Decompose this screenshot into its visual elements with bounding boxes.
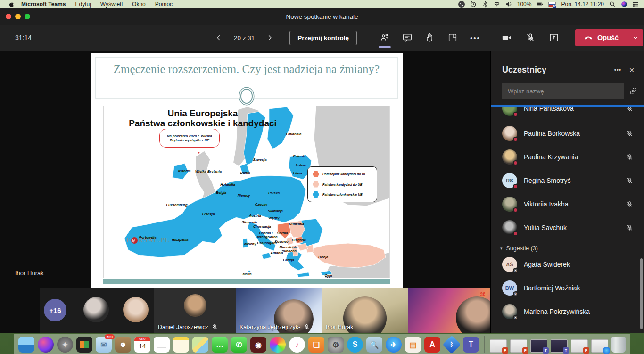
mission-control-dock-icon[interactable] xyxy=(76,337,92,353)
preview-dock-icon[interactable]: 🔍 xyxy=(366,337,382,353)
itunes-dock-icon[interactable]: ♪ xyxy=(289,337,305,353)
maps-dock-icon[interactable] xyxy=(192,337,208,353)
raise-hand-icon[interactable] xyxy=(421,29,439,47)
participant-row[interactable]: Paulina Borkowska xyxy=(491,122,644,145)
menu-okno[interactable]: Okno xyxy=(132,1,146,8)
photo-booth-dock-icon[interactable]: ◉ xyxy=(250,337,266,353)
call-status-icon[interactable] xyxy=(458,1,465,8)
map-label: Chorwacja xyxy=(253,225,271,229)
minimized-teams-window[interactable]: T xyxy=(551,339,568,353)
copy-invite-link-icon[interactable] xyxy=(629,87,637,95)
bluetooth-icon[interactable] xyxy=(482,1,488,8)
panel-close-icon[interactable]: ✕ xyxy=(629,66,635,74)
messages-dock-icon[interactable]: … xyxy=(212,337,228,353)
hangup-icon xyxy=(584,33,593,42)
menu-pomoc[interactable]: Pomoc xyxy=(155,1,173,8)
skype-dock-icon[interactable]: S xyxy=(347,337,363,353)
mic-muted-icon xyxy=(626,153,634,161)
previous-slide-button[interactable] xyxy=(212,31,225,44)
contacts-dock-icon[interactable]: ☻ xyxy=(115,337,131,353)
calendar-dock-icon[interactable]: GRU14 xyxy=(134,337,150,353)
participant-avatar[interactable] xyxy=(83,297,109,322)
suggestion-row[interactable]: AŚ✕ Agata Świderek xyxy=(491,253,644,276)
map-label: Finlandia xyxy=(286,132,302,136)
take-control-button[interactable]: Przejmij kontrolę xyxy=(289,31,357,45)
teams-dock-icon[interactable]: T xyxy=(463,337,479,353)
participant-search-input[interactable] xyxy=(502,83,624,99)
finder-dock-icon[interactable] xyxy=(18,337,34,353)
map-label: Estonia xyxy=(293,155,305,158)
camera-on-icon[interactable] xyxy=(498,29,516,47)
participant-row[interactable]: Nina Pantsakova xyxy=(491,107,644,122)
minimized-document-window[interactable]: P xyxy=(571,339,588,353)
notification-center-icon[interactable] xyxy=(633,1,639,8)
minimized-document-window[interactable]: P xyxy=(510,339,527,353)
video-tile-daniel[interactable]: Daniel Jaroszewicz xyxy=(154,288,236,333)
leave-button[interactable]: Opuść xyxy=(575,29,643,46)
leave-options-chevron[interactable] xyxy=(627,29,643,46)
wifi-icon[interactable] xyxy=(494,1,500,8)
participant-row[interactable]: Viktoriia Ivakha xyxy=(491,192,644,216)
siri-icon[interactable] xyxy=(621,1,627,8)
toolbar-divider xyxy=(371,30,371,46)
minimized-safari-window[interactable] xyxy=(591,339,608,353)
video-strip: +16 Daniel Jaroszewicz Katarzyna Jędrzej… xyxy=(40,288,490,333)
participant-name: Nina Pantsakova xyxy=(524,107,626,112)
bluetooth-exchange-dock-icon[interactable]: ᛒ xyxy=(442,335,461,354)
apple-menu-icon[interactable] xyxy=(8,1,15,8)
participant-name: Yuliia Savchuk xyxy=(524,224,626,231)
minimized-teams-video-window[interactable]: T xyxy=(530,339,547,353)
minimized-document-window[interactable]: P xyxy=(490,339,507,353)
trash-dock-icon[interactable] xyxy=(611,337,626,353)
spotlight-search-icon[interactable] xyxy=(609,1,616,8)
next-slide-button[interactable] xyxy=(263,31,276,44)
books-dock-icon[interactable]: ❏ xyxy=(308,337,324,353)
safari-dock-icon[interactable]: ✈ xyxy=(386,337,402,353)
volume-icon[interactable] xyxy=(505,1,512,8)
video-tile-unnamed[interactable]: ⌘ xyxy=(408,288,490,333)
map-label: Węgry xyxy=(269,216,280,220)
suggestions-section-header[interactable]: ▾ Sugestie (3) xyxy=(491,239,644,253)
shared-slide: Zmęczenie rozszerzeniem. Czy jest nadzie… xyxy=(91,53,403,288)
video-tile-ihor[interactable]: Ihor Hurak xyxy=(322,288,408,333)
chat-icon[interactable] xyxy=(398,29,416,47)
participant-row[interactable]: Yuliia Savchuk xyxy=(491,216,644,239)
forsal-logo: FRSAL.PL xyxy=(126,236,170,244)
map-label: Polska xyxy=(268,191,280,195)
pages-dock-icon[interactable]: ▤ xyxy=(405,337,421,353)
time-machine-icon[interactable] xyxy=(470,1,477,8)
participant-row[interactable]: RS Regina Smotryś xyxy=(491,169,644,192)
share-screen-icon[interactable] xyxy=(545,29,563,47)
facetime-dock-icon[interactable]: ✆ xyxy=(231,337,247,353)
overflow-participants-badge[interactable]: +16 xyxy=(44,299,66,321)
system-preferences-dock-icon[interactable]: ⚙ xyxy=(328,337,344,353)
keyboard-layout-flag-icon[interactable]: PC xyxy=(548,2,556,7)
panel-scrollbar[interactable] xyxy=(640,258,643,329)
meeting-timer: 31:14 xyxy=(15,34,32,41)
siri-dock-icon[interactable] xyxy=(38,337,54,353)
macos-menu-bar: Microsoft Teams Edytuj Wyświetl Okno Pom… xyxy=(0,0,644,8)
menu-wyswietl[interactable]: Wyświetl xyxy=(100,1,123,8)
menu-edytuj[interactable]: Edytuj xyxy=(75,1,91,8)
reminders-dock-icon[interactable] xyxy=(154,337,170,353)
notes-dock-icon[interactable] xyxy=(173,337,189,353)
suggestion-name: Bartłomiej Woźniak xyxy=(524,284,634,292)
mic-muted-icon xyxy=(626,224,634,232)
mail-dock-icon[interactable]: ✉520 xyxy=(96,337,112,353)
participant-avatar[interactable] xyxy=(123,297,149,322)
suggestion-row[interactable]: ✕ Marlena Pokrzywińska xyxy=(491,300,644,323)
menu-clock[interactable]: Pon. 14.12 11:20 xyxy=(561,1,604,8)
participants-icon[interactable] xyxy=(376,29,394,47)
participant-row[interactable]: Paulina Krzywania xyxy=(491,145,644,169)
map-label: Malta xyxy=(242,272,251,276)
video-tile-katarzyna[interactable]: Katarzyna Jędrzejczyk- xyxy=(236,288,322,333)
mic-muted-icon[interactable] xyxy=(521,29,539,47)
photos-dock-icon[interactable] xyxy=(270,337,286,353)
acrobat-dock-icon[interactable]: A xyxy=(424,337,440,353)
more-options-icon[interactable]: ••• xyxy=(466,29,484,47)
suggestion-row[interactable]: BW✕ Bartłomiej Woźniak xyxy=(491,276,644,300)
breakout-rooms-icon[interactable] xyxy=(444,29,462,47)
panel-more-options-icon[interactable]: ••• xyxy=(614,67,622,74)
menu-app-name[interactable]: Microsoft Teams xyxy=(21,1,66,8)
launchpad-dock-icon[interactable]: ✦ xyxy=(57,337,73,353)
